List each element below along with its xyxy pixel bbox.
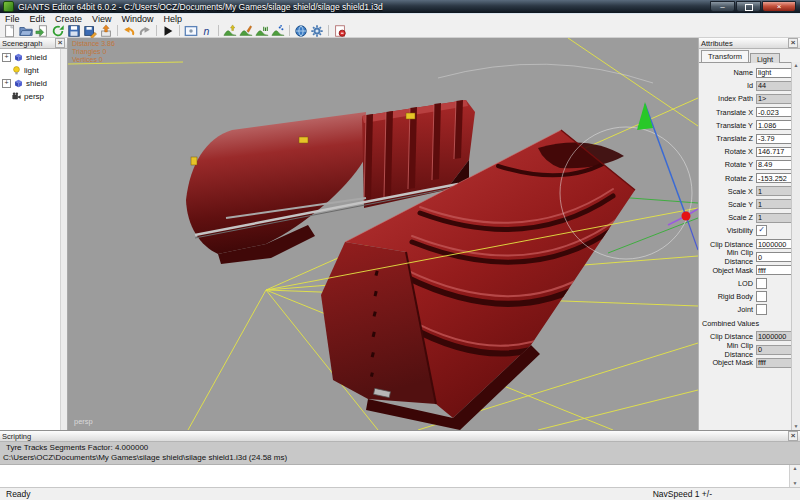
camera-label: persp xyxy=(74,417,93,426)
script-input[interactable]: ▲ ▼ xyxy=(0,465,800,487)
error-log-button[interactable] xyxy=(333,24,348,37)
menu-edit[interactable]: Edit xyxy=(25,14,51,24)
script-input-scrollbar[interactable]: ▲ ▼ xyxy=(789,465,800,487)
menu-file[interactable]: File xyxy=(0,14,25,24)
terrain-detail-button[interactable] xyxy=(271,24,286,37)
rotate-z-input[interactable] xyxy=(756,173,792,183)
attr-label-lod: LOD xyxy=(699,279,753,288)
stat-distance: Distance 3.86 xyxy=(72,40,115,48)
expander-icon[interactable]: + xyxy=(2,53,11,62)
attr-row-scale-y: Scale Y xyxy=(699,198,800,211)
scenegraph-close-button[interactable]: × xyxy=(55,38,65,48)
attr-row-min-clip-distance: Min Clip Distance xyxy=(699,343,800,356)
terrain-foliage-button[interactable] xyxy=(255,24,270,37)
attr-label-min-clip-distance: Min Clip Distance xyxy=(699,341,753,359)
scenegraph-item-shield[interactable]: +shield xyxy=(0,51,67,64)
scale-y-input xyxy=(756,199,792,209)
play-button[interactable] xyxy=(161,24,176,37)
rotate-y-input[interactable] xyxy=(756,160,792,170)
scenegraph-panel: Scenegraph × +shieldlight+shieldpersp xyxy=(0,38,68,430)
redo-button[interactable] xyxy=(138,24,153,37)
scroll-up-icon[interactable]: ▲ xyxy=(792,62,800,69)
menu-view[interactable]: View xyxy=(87,14,116,24)
terrain-paint-icon xyxy=(239,24,253,38)
attributes-scrollbar[interactable]: ▲ ▼ xyxy=(791,62,800,430)
attr-row-rotate-z: Rotate Z xyxy=(699,172,800,185)
terrain-paint-button[interactable] xyxy=(239,24,254,37)
world-settings-icon xyxy=(294,24,308,38)
stat-triangles: Triangles 0 xyxy=(72,48,115,56)
attr-label-min-clip-distance: Min Clip Distance xyxy=(699,248,753,266)
scenegraph-item-persp[interactable]: persp xyxy=(0,90,67,103)
toolbar-separator xyxy=(179,25,180,36)
scripting-close-button[interactable]: × xyxy=(788,431,798,441)
scroll-down-icon[interactable]: ▼ xyxy=(792,423,800,430)
menu-window[interactable]: Window xyxy=(116,14,158,24)
translate-x-input[interactable] xyxy=(756,107,792,117)
render-frame-button[interactable] xyxy=(184,24,199,37)
open-file-button[interactable] xyxy=(19,24,34,37)
scenegraph-tree: +shieldlight+shieldpersp xyxy=(0,49,67,103)
close-button[interactable]: × xyxy=(762,1,796,12)
terrain-raise-button[interactable] xyxy=(223,24,238,37)
scale-x-input xyxy=(756,186,792,196)
import-file-button[interactable] xyxy=(35,24,50,37)
attributes-close-button[interactable]: × xyxy=(788,38,798,48)
attr-label-index-path: Index Path xyxy=(699,94,753,103)
attr-row-visibility: Visibility✓ xyxy=(699,224,800,237)
object-mask-input[interactable] xyxy=(756,265,792,275)
min-clip-distance-input xyxy=(756,345,792,355)
rigid-body-checkbox[interactable] xyxy=(756,291,767,302)
scenegraph-item-light[interactable]: light xyxy=(0,64,67,77)
nav-speed: NavSpeed 1 +/- xyxy=(653,489,800,499)
script-output-line: C:\Users\OCZ\Documents\My Games\silage s… xyxy=(3,453,800,463)
render-frame-icon xyxy=(184,24,198,38)
tab-transform[interactable]: Transform xyxy=(701,50,749,62)
joint-checkbox[interactable] xyxy=(756,304,767,315)
attr-label-scale-x: Scale X xyxy=(699,187,753,196)
svg-text:n: n xyxy=(204,24,210,36)
attr-label-clip-distance: Clip Distance xyxy=(699,240,753,249)
minimize-button[interactable]: – xyxy=(710,1,735,12)
visibility-checkbox[interactable]: ✓ xyxy=(756,225,767,236)
show-normals-button[interactable]: n xyxy=(200,24,215,37)
name-input[interactable] xyxy=(756,68,792,78)
attr-label-visibility: Visibility xyxy=(699,226,753,235)
export-button[interactable] xyxy=(99,24,114,37)
lod-checkbox[interactable] xyxy=(756,278,767,289)
menu-help[interactable]: Help xyxy=(158,14,187,24)
menu-create[interactable]: Create xyxy=(50,14,87,24)
attr-row-translate-x: Translate X xyxy=(699,106,800,119)
render-settings-button[interactable] xyxy=(310,24,325,37)
tab-light[interactable]: Light xyxy=(750,53,780,63)
attr-label-rigid-body: Rigid Body xyxy=(699,292,753,301)
undo-button[interactable] xyxy=(122,24,137,37)
translate-y-input[interactable] xyxy=(756,120,792,130)
min-clip-distance-input[interactable] xyxy=(756,252,792,262)
save-button[interactable] xyxy=(67,24,82,37)
save-as-button[interactable] xyxy=(83,24,98,37)
app-icon xyxy=(3,1,14,12)
attr-label-rotate-x: Rotate X xyxy=(699,147,753,156)
scenegraph-scrollbar[interactable] xyxy=(60,49,67,430)
object-mask-input xyxy=(756,358,792,368)
translate-z-input[interactable] xyxy=(756,134,792,144)
new-file-button[interactable] xyxy=(3,24,18,37)
scroll-up-icon[interactable]: ▲ xyxy=(790,465,800,472)
viewport-3d[interactable]: Distance 3.86 Triangles 0 Vertices 0 per… xyxy=(68,38,698,430)
scroll-down-icon[interactable]: ▼ xyxy=(790,480,800,487)
expander-icon[interactable]: + xyxy=(2,79,11,88)
cube-icon xyxy=(13,52,24,63)
clip-distance-input[interactable] xyxy=(756,239,792,249)
maximize-button[interactable] xyxy=(736,1,761,12)
attr-row-index-path: Index Path xyxy=(699,92,800,105)
scenegraph-item-shield[interactable]: +shield xyxy=(0,77,67,90)
error-log-icon xyxy=(333,24,347,38)
reload-button[interactable] xyxy=(51,24,66,37)
show-normals-icon: n xyxy=(200,24,214,38)
rotate-x-input[interactable] xyxy=(756,147,792,157)
attr-row-object-mask: Object Mask xyxy=(699,356,800,369)
world-settings-button[interactable] xyxy=(294,24,309,37)
attr-row-scale-x: Scale X xyxy=(699,185,800,198)
terrain-detail-icon xyxy=(271,24,285,38)
